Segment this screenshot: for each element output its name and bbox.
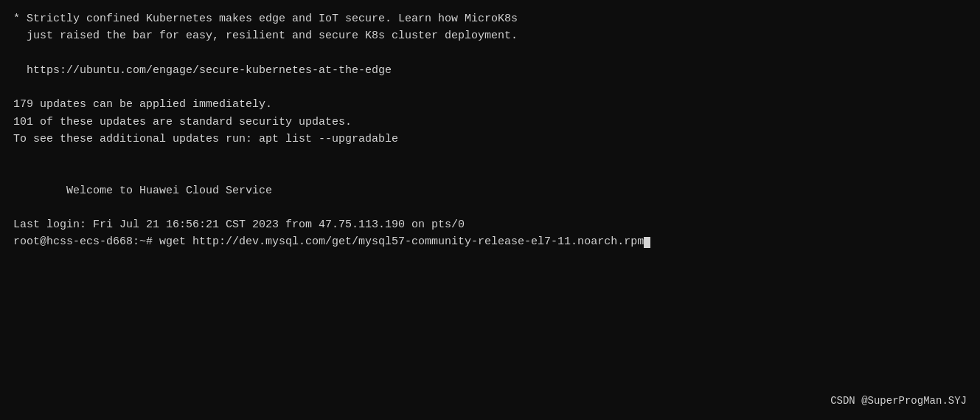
terminal-line: * Strictly confined Kubernetes makes edg… [13, 10, 967, 27]
watermark: CSDN @SuperProgMan.SYJ [830, 395, 967, 407]
terminal-window[interactable]: * Strictly confined Kubernetes makes edg… [0, 0, 980, 420]
terminal-line: https://ubuntu.com/engage/secure-kuberne… [13, 62, 967, 79]
terminal-line: 101 of these updates are standard securi… [13, 114, 967, 131]
terminal-line: just raised the bar for easy, resilient … [13, 27, 967, 44]
terminal-cursor [644, 237, 650, 248]
terminal-line [13, 45, 967, 62]
terminal-line [13, 148, 967, 165]
terminal-line: To see these additional updates run: apt… [13, 131, 967, 148]
terminal-line: 179 updates can be applied immediately. [13, 96, 967, 113]
terminal-line: Last login: Fri Jul 21 16:56:21 CST 2023… [13, 216, 967, 233]
terminal-content: * Strictly confined Kubernetes makes edg… [13, 10, 967, 251]
terminal-line: Welcome to Huawei Cloud Service [13, 182, 967, 199]
terminal-line [13, 165, 967, 182]
terminal-line [13, 199, 967, 216]
terminal-line [13, 79, 967, 96]
terminal-prompt-line: root@hcss-ecs-d668:~# wget http://dev.my… [13, 233, 967, 250]
